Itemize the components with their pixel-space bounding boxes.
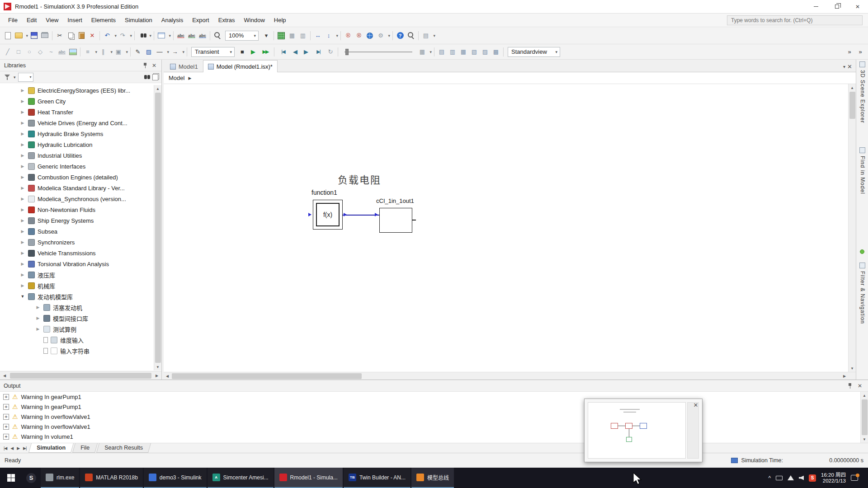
- expand-arrow-icon[interactable]: ▶: [20, 175, 25, 179]
- library-tree-item[interactable]: ▶ Industrial Utilities: [0, 150, 161, 161]
- library-tree-item[interactable]: ▶ Subsea: [0, 226, 161, 237]
- expand-plus-icon[interactable]: +: [3, 424, 9, 430]
- separator[interactable]: [274, 47, 274, 56]
- check-units-icon[interactable]: abc: [197, 30, 208, 41]
- separator[interactable]: [134, 31, 135, 40]
- scrollbar-thumb[interactable]: [862, 399, 868, 435]
- menu-item[interactable]: File: [4, 14, 22, 27]
- expand-arrow-icon[interactable]: ▶: [35, 305, 41, 310]
- tile-horizontal-icon[interactable]: ▦: [458, 47, 469, 57]
- rectangle-tool-icon[interactable]: □: [13, 47, 24, 57]
- stop-simulation-icon[interactable]: ■: [237, 47, 248, 57]
- expand-plus-icon[interactable]: +: [3, 404, 9, 410]
- menu-item[interactable]: Elements: [87, 14, 120, 27]
- separator[interactable]: [154, 31, 154, 40]
- separator[interactable]: [434, 47, 434, 56]
- undo-icon[interactable]: ↶: [102, 30, 113, 41]
- scroll-right-icon[interactable]: ▶: [841, 372, 848, 380]
- output-tab[interactable]: Search Results: [96, 443, 151, 453]
- expand-arrow-icon[interactable]: ▶: [20, 88, 25, 93]
- tab-nav-icon[interactable]: ▶: [15, 446, 21, 450]
- library-tree-item[interactable]: ▶ Vehicle Transmissions: [0, 248, 161, 258]
- settings-gear-icon[interactable]: ⚙: [375, 30, 386, 41]
- expand-arrow-icon[interactable]: ▶: [20, 142, 25, 147]
- distribute-icon[interactable]: ∥: [98, 47, 108, 57]
- check-names-icon[interactable]: abc: [175, 30, 186, 41]
- canvas-horizontal-scrollbar[interactable]: ◀ ▶: [164, 372, 856, 380]
- taskbar-app-button[interactable]: Rmodel1 - Simula...: [274, 468, 343, 488]
- library-tree-item[interactable]: ▶ ElectricEnergyStorages (EES) libr...: [0, 85, 161, 96]
- canvas-vertical-scrollbar[interactable]: ▲ ▼: [848, 84, 856, 372]
- maximize-restore-button[interactable]: [826, 0, 847, 13]
- separator[interactable]: [274, 31, 274, 40]
- touch-keyboard-icon[interactable]: [776, 476, 783, 480]
- new-model-icon[interactable]: [2, 30, 13, 41]
- menu-item[interactable]: Edit: [22, 14, 41, 27]
- check-complete-model-icon[interactable]: ®: [354, 30, 364, 41]
- tab-nav-icon[interactable]: ▶|: [21, 446, 28, 450]
- scroll-up-icon[interactable]: ▲: [861, 392, 868, 399]
- image-tool-icon[interactable]: [67, 47, 78, 57]
- scroll-up-icon[interactable]: ▲: [849, 84, 856, 91]
- library-tree-item[interactable]: ▶ Torsional Vibration Analysis: [0, 258, 161, 269]
- scrollbar-thumb[interactable]: [155, 93, 161, 363]
- zoom-icon[interactable]: [212, 30, 223, 41]
- expand-arrow-icon[interactable]: ▶: [20, 229, 25, 234]
- menu-item[interactable]: Simulation: [120, 14, 157, 27]
- output-vertical-scrollbar[interactable]: ▲ ▼: [860, 392, 868, 443]
- tab-nav-icon[interactable]: |◀: [2, 446, 9, 450]
- function1-block[interactable]: f(x): [313, 200, 343, 230]
- fill-color-icon[interactable]: ▨: [143, 47, 154, 57]
- library-tree-item[interactable]: ▶ Vehicle Drives (Energy and Cont...: [0, 117, 161, 128]
- separator[interactable]: [210, 31, 210, 40]
- menu-item[interactable]: View: [41, 14, 63, 27]
- new-view-icon[interactable]: [156, 30, 167, 41]
- breadcrumb-arrow-icon[interactable]: ▶: [188, 76, 191, 80]
- taskbar-thumbnail-preview[interactable]: ✕: [584, 399, 703, 462]
- document-tab[interactable]: Model1: [165, 61, 203, 72]
- separator[interactable]: [340, 31, 341, 40]
- menu-item[interactable]: Extras: [214, 14, 240, 27]
- separator[interactable]: [130, 47, 131, 56]
- cascade-windows-icon[interactable]: ▥: [447, 47, 458, 57]
- tab-nav-icon[interactable]: ◀: [9, 446, 15, 450]
- separator[interactable]: [187, 47, 187, 56]
- expand-arrow-icon[interactable]: ▶: [20, 207, 25, 212]
- pen-color-icon[interactable]: ✎: [132, 47, 143, 57]
- taskbar-app-button[interactable]: 模型总线: [411, 468, 454, 488]
- expand-plus-icon[interactable]: +: [3, 394, 9, 400]
- step-back-icon[interactable]: ◀: [290, 47, 301, 57]
- expand-arrow-icon[interactable]: ▶: [20, 131, 25, 136]
- search-help-icon[interactable]: [406, 30, 416, 41]
- library-tree-item[interactable]: ▶ Modelica_Synchronous (version...: [0, 193, 161, 204]
- output-tab[interactable]: Simulation: [28, 443, 74, 453]
- scroll-left-icon[interactable]: ◀: [1, 372, 8, 379]
- expand-plus-icon[interactable]: +: [3, 434, 9, 440]
- expand-plus-icon[interactable]: +: [3, 414, 9, 420]
- separator[interactable]: [310, 31, 311, 40]
- animation-settings-icon[interactable]: ▦: [417, 47, 428, 57]
- breadcrumb-model[interactable]: Model: [169, 75, 184, 81]
- zoom-dropdown-icon[interactable]: ▾: [261, 30, 272, 41]
- expand-arrow-icon[interactable]: ▶: [35, 316, 41, 320]
- redo-icon[interactable]: ↷: [117, 30, 128, 41]
- sogou-input-icon[interactable]: S: [809, 474, 816, 482]
- expand-arrow-icon[interactable]: ▶: [20, 99, 25, 103]
- check-model-icon[interactable]: ®: [343, 30, 354, 41]
- arrow-style-icon[interactable]: →: [170, 47, 180, 57]
- taskbar-app-button[interactable]: demo3 - Simulink: [144, 468, 207, 488]
- spline-tool-icon[interactable]: ~: [46, 47, 57, 57]
- side-panel-tab[interactable]: Find in Model: [857, 145, 868, 196]
- output-warning-row[interactable]: + ⚠ Warning In gearPump1: [0, 402, 868, 412]
- library-tree-item[interactable]: ▶ 活塞发动机: [0, 302, 161, 313]
- output-warning-row[interactable]: + ⚠ Warning In volume1: [0, 432, 868, 441]
- separator[interactable]: [503, 47, 504, 56]
- align-icon[interactable]: ≡: [82, 47, 93, 57]
- close-panel-button[interactable]: ✕: [150, 61, 159, 70]
- cut-icon[interactable]: ✂: [54, 30, 65, 41]
- expand-arrow-icon[interactable]: ▶: [20, 153, 25, 158]
- menu-item[interactable]: Help: [269, 14, 291, 27]
- single-step-icon[interactable]: ▶▶: [259, 47, 272, 57]
- toolbar-options-icon[interactable]: »: [855, 47, 866, 57]
- library-tree-item[interactable]: ▶ 模型间接口库: [0, 313, 161, 324]
